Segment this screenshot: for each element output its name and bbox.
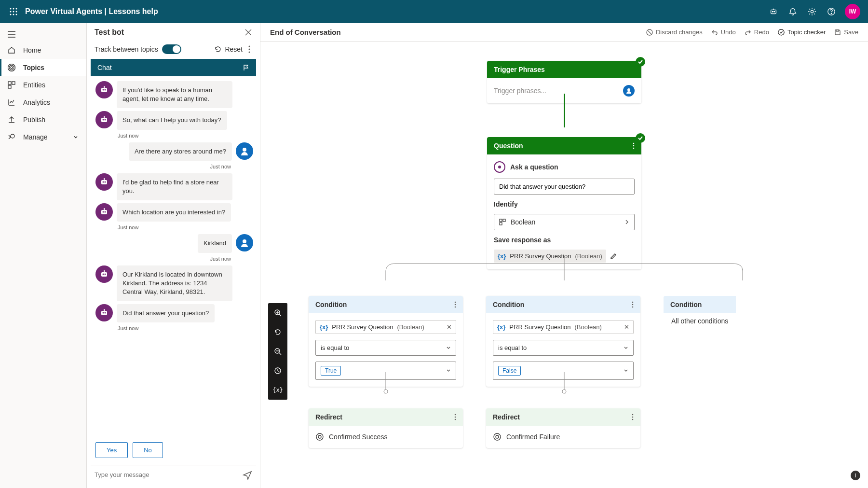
chevron-down-icon [624,346,628,350]
nav-entities[interactable]: Entities [0,76,86,94]
undo-button[interactable]: Undo [711,28,736,36]
save-button[interactable]: Save [834,28,858,36]
svg-point-36 [105,119,106,121]
variable-pill[interactable]: {x}PRR Survey Question(Boolean) ✕ [315,320,456,334]
ask-question-label: Ask a question [510,163,558,171]
redirect-success-node[interactable]: Redirect Confirmed Success [309,408,463,448]
svg-rect-34 [101,118,107,122]
redirect-target-label: Confirmed Success [329,433,387,441]
save-response-label: Save response as [494,236,635,244]
track-label: Track between topics [95,45,158,53]
svg-point-69 [455,307,456,308]
nav-label: Entities [23,81,45,89]
topic-checker-button[interactable]: Topic checker [778,28,826,36]
close-icon[interactable]: ✕ [624,323,629,331]
redo-button[interactable]: Redo [745,28,769,36]
home-icon [8,46,15,54]
reset-button[interactable]: Reset [214,45,243,53]
branch-connector [309,256,791,285]
entities-icon [8,81,15,89]
nav-analytics[interactable]: Analytics [0,94,86,111]
svg-point-5 [16,11,17,13]
more-icon[interactable] [454,414,456,420]
svg-point-13 [811,10,813,13]
svg-point-32 [105,89,106,91]
svg-point-4 [13,11,14,13]
canvas-surface[interactable]: Trigger Phrases Trigger phrases... [260,42,868,488]
user-message: Kirkland [95,234,253,252]
svg-point-1 [13,8,14,10]
close-icon[interactable]: ✕ [447,323,452,331]
user-avatar[interactable]: IW [845,4,860,19]
svg-rect-43 [101,210,107,214]
chevron-down-icon [446,346,451,350]
question-prompt-input[interactable] [494,179,635,195]
close-icon[interactable] [244,28,252,36]
nav-manage[interactable]: Manage [0,128,86,146]
bot-icon[interactable] [764,2,783,21]
node-header: Question [487,137,641,154]
info-icon[interactable]: i [851,471,860,480]
svg-point-84 [632,419,634,420]
node-header: Condition [309,296,463,313]
more-icon[interactable] [454,301,456,308]
help-icon[interactable] [822,2,841,21]
topic-title: End of Conversation [270,28,341,36]
message-bubble: Are there any stores around me? [129,142,232,161]
track-toggle[interactable] [162,44,181,54]
settings-icon[interactable] [802,2,822,21]
node-header: Condition [664,296,736,313]
svg-rect-42 [104,178,105,180]
chat-input[interactable] [91,465,239,484]
svg-rect-22 [8,82,11,84]
discard-button[interactable]: Discard changes [646,28,703,36]
all-other-label: All other conditions [664,313,736,329]
app-launcher-icon[interactable] [4,2,23,21]
nav-topics[interactable]: Topics [0,59,86,76]
nav-publish[interactable]: Publish [0,111,86,128]
svg-rect-52 [101,311,107,315]
variables-icon[interactable]: {x} [268,380,287,400]
user-icon [623,85,635,97]
operator-select[interactable]: is equal to [493,340,634,356]
identify-select[interactable]: Boolean [494,214,635,230]
node-header: Trigger Phrases [487,61,641,78]
notifications-icon[interactable] [783,2,802,21]
more-icon[interactable] [246,45,252,53]
send-icon[interactable] [239,466,256,484]
hamburger-icon[interactable] [0,27,86,42]
message-bubble: So, what can I help you with today? [117,111,227,129]
more-icon[interactable] [633,142,635,149]
svg-point-62 [633,148,635,149]
zoom-toolbar: {x} [268,303,287,400]
svg-point-19 [11,67,13,69]
zoom-reset-icon[interactable] [268,322,287,342]
svg-point-41 [105,181,106,182]
analytics-icon [8,98,15,106]
flag-icon[interactable] [243,64,249,71]
timestamp: Just now [118,133,253,139]
bot-avatar-icon [95,173,113,191]
trigger-placeholder[interactable]: Trigger phrases... [494,87,546,95]
node-header: Redirect [309,408,463,426]
more-icon[interactable] [632,301,634,308]
more-icon[interactable] [632,414,634,420]
minimap-icon[interactable] [268,361,287,380]
choice-no-button[interactable]: No [133,442,163,458]
svg-point-79 [455,419,456,420]
question-node[interactable]: Question Ask a question Identify [487,137,641,269]
svg-point-3 [10,11,12,13]
variable-pill[interactable]: {x}PRR Survey Question(Boolean) ✕ [493,320,634,334]
zoom-out-icon[interactable] [268,342,287,361]
redirect-icon [315,432,324,441]
redirect-icon [493,432,502,441]
top-bar: Power Virtual Agents | Lessons help IW [0,0,868,23]
redirect-connector [309,372,694,396]
choice-yes-button[interactable]: Yes [95,442,128,458]
zoom-in-icon[interactable] [268,303,287,322]
chat-body[interactable]: If you'd like to speak to a human agent,… [91,76,256,439]
operator-select[interactable]: is equal to [315,340,456,356]
svg-rect-30 [101,88,107,92]
nav-home[interactable]: Home [0,42,86,59]
redirect-failure-node[interactable]: Redirect Confirmed Failure [486,408,640,448]
